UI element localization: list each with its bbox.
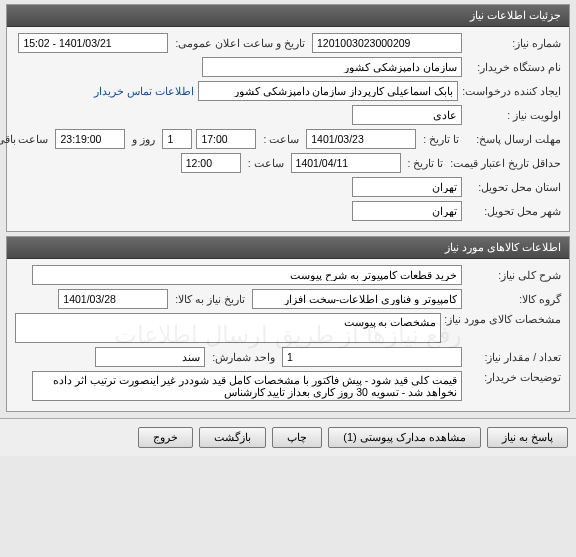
label-city: شهر محل تحویل: <box>466 205 561 217</box>
label-need-date: تاریخ نیاز به کالا: <box>175 293 245 305</box>
field-remaining-time[interactable] <box>55 129 125 149</box>
exit-button[interactable]: خروج <box>138 427 193 448</box>
label-hour2: ساعت : <box>248 157 284 169</box>
field-buyer-notes[interactable] <box>32 371 462 401</box>
label-until2: تا تاریخ : <box>408 157 444 169</box>
label-buyer: نام دستگاه خریدار: <box>466 61 561 73</box>
back-button[interactable]: بازگشت <box>199 427 266 448</box>
label-deadline: مهلت ارسال پاسخ: <box>466 133 561 145</box>
field-deadline-date[interactable] <box>306 129 416 149</box>
field-need-no[interactable] <box>312 33 462 53</box>
field-buyer[interactable] <box>202 57 462 77</box>
label-qty: تعداد / مقدار نیاز: <box>466 351 561 363</box>
label-buyer-notes: توضیحات خریدار: <box>466 371 561 383</box>
field-announce[interactable] <box>18 33 168 53</box>
label-remaining: ساعت باقی مانده <box>0 133 48 145</box>
field-requester[interactable] <box>198 81 458 101</box>
items-panel: اطلاعات کالاهای مورد نیاز رفع نیازها از … <box>6 236 570 412</box>
field-city[interactable] <box>352 201 462 221</box>
label-days: روز و <box>132 133 155 145</box>
label-unit: واحد شمارش: <box>212 351 275 363</box>
button-bar: پاسخ به نیاز مشاهده مدارک پیوستی (1) چاپ… <box>0 418 576 456</box>
label-group: گروه کالا: <box>466 293 561 305</box>
field-deadline-time[interactable] <box>196 129 256 149</box>
respond-button[interactable]: پاسخ به نیاز <box>487 427 568 448</box>
label-general-desc: شرح کلی نیاز: <box>466 269 561 281</box>
field-days[interactable] <box>162 129 192 149</box>
field-price-validity-date[interactable] <box>291 153 401 173</box>
field-group[interactable] <box>252 289 462 309</box>
field-priority[interactable] <box>352 105 462 125</box>
label-need-no: شماره نیاز: <box>466 37 561 49</box>
label-hour1: ساعت : <box>263 133 299 145</box>
panel1-header: جزئیات اطلاعات نیاز <box>7 5 569 27</box>
label-province: استان محل تحویل: <box>466 181 561 193</box>
attachments-button[interactable]: مشاهده مدارک پیوستی (1) <box>328 427 481 448</box>
field-general-desc[interactable] <box>32 265 462 285</box>
panel2-header: اطلاعات کالاهای مورد نیاز <box>7 237 569 259</box>
field-province[interactable] <box>352 177 462 197</box>
need-details-panel: جزئیات اطلاعات نیاز شماره نیاز: تاریخ و … <box>6 4 570 232</box>
field-unit[interactable] <box>95 347 205 367</box>
field-qty[interactable] <box>282 347 462 367</box>
buyer-contact-link[interactable]: اطلاعات تماس خریدار <box>94 85 194 97</box>
label-requester: ایجاد کننده درخواست: <box>462 85 561 97</box>
label-priority: اولویت نیاز : <box>466 109 561 121</box>
field-item-spec[interactable] <box>15 313 441 343</box>
label-until1: تا تاریخ : <box>423 133 459 145</box>
field-price-validity-time[interactable] <box>181 153 241 173</box>
label-announce: تاریخ و ساعت اعلان عمومی: <box>175 37 305 49</box>
print-button[interactable]: چاپ <box>272 427 322 448</box>
field-need-date[interactable] <box>58 289 168 309</box>
label-item-spec: مشخصات کالای مورد نیاز: <box>445 313 561 325</box>
label-price-validity: حداقل تاریخ اعتبار قیمت: <box>450 157 561 169</box>
